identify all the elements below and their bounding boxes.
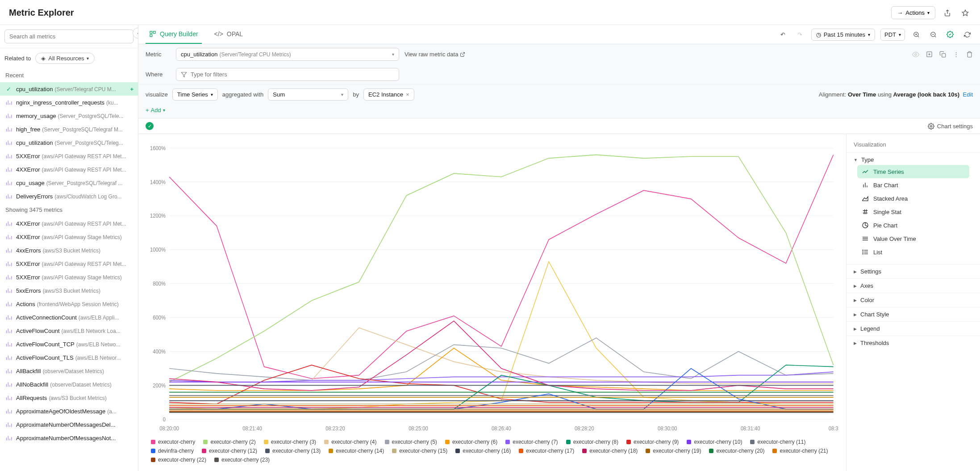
alignment-edit-link[interactable]: Edit [963, 91, 973, 98]
legend-item[interactable]: executor-cherry (9) [626, 439, 679, 445]
visualize-select[interactable]: Time Series ▾ [172, 88, 218, 101]
legend-item[interactable]: executor-cherry (2) [203, 439, 255, 445]
sidebar-metric-item[interactable]: ActiveConnectionCount (aws/ELB Appli... [0, 311, 138, 324]
viz-type-option[interactable]: Time Series [857, 165, 969, 178]
aggregate-select[interactable]: Sum ▾ [268, 88, 348, 101]
legend-item[interactable]: executor-cherry (10) [687, 439, 742, 445]
metric-select[interactable]: cpu_utilization (Server/Telegraf CPU Met… [176, 48, 399, 61]
sidebar-metric-item[interactable]: 5XXError (aws/API Gateway Stage Metrics) [0, 270, 138, 284]
legend-item[interactable]: executor-cherry (22) [151, 457, 206, 463]
legend-item[interactable]: executor-cherry (12) [202, 448, 257, 454]
viz-section-header[interactable]: ▶Chart Style [854, 311, 973, 318]
legend-item[interactable]: executor-cherry (21) [772, 448, 828, 454]
share-icon[interactable] [942, 7, 953, 19]
legend-item[interactable]: executor-cherry (15) [392, 448, 447, 454]
legend-label: executor-cherry (4) [331, 439, 376, 445]
legend-item[interactable]: executor-cherry [151, 439, 195, 445]
sidebar-metric-item[interactable]: Actions (frontend/WebApp Session Metric) [0, 297, 138, 311]
trash-icon[interactable] [966, 51, 973, 58]
sidebar-metric-item[interactable]: DeliveryErrors (aws/CloudWatch Log Gro..… [0, 189, 138, 203]
legend-item[interactable]: executor-cherry (17) [519, 448, 574, 454]
viz-section-header[interactable]: ▶Settings [854, 268, 973, 275]
filter-input[interactable] [191, 71, 394, 78]
actions-button[interactable]: → Actions ▾ [891, 6, 935, 19]
legend-item[interactable]: devinfra-cherry [151, 448, 194, 454]
viz-type-option[interactable]: Pie Chart [857, 219, 969, 232]
viz-type-option[interactable]: Single Stat [857, 205, 969, 219]
sidebar-metric-item[interactable]: ActiveFlowCount_TCP (aws/ELB Netwo... [0, 337, 138, 351]
sidebar-metric-item[interactable]: cpu_utilization (Server_PostgreSQL/Teleg… [0, 136, 138, 149]
plus-icon[interactable]: + [130, 86, 133, 93]
sidebar-metric-item[interactable]: memory_usage (Server_PostgreSQL/Tele... [0, 109, 138, 122]
add-button[interactable]: + Add ▾ [146, 107, 165, 114]
sidebar-metric-item[interactable]: 5XXError (aws/API Gateway REST API Met..… [0, 149, 138, 163]
legend-item[interactable]: executor-cherry (3) [264, 439, 316, 445]
svg-point-164 [863, 253, 863, 254]
time-range-select[interactable]: ◷ Past 15 minutes ▾ [811, 29, 875, 41]
sidebar-metric-item[interactable]: ApproximateNumberOfMessagesDel... [0, 418, 138, 431]
tab-opal[interactable]: </> OPAL [211, 25, 247, 44]
legend-item[interactable]: executor-cherry (6) [445, 439, 497, 445]
sidebar-metric-item[interactable]: 4XXError (aws/API Gateway REST API Met..… [0, 217, 138, 230]
time-series-chart[interactable]: 0200%400%600%800%1000%1200%1400%1600%08:… [142, 143, 842, 434]
search-input[interactable] [4, 29, 133, 43]
zoom-in-icon[interactable] [910, 29, 922, 40]
check-badge-icon[interactable] [944, 29, 956, 40]
copy-icon[interactable] [939, 51, 946, 58]
legend-item[interactable]: executor-cherry (11) [750, 439, 805, 445]
sidebar-metric-item[interactable]: ActiveFlowCount_TLS (aws/ELB Networ... [0, 351, 138, 364]
viz-type-option[interactable]: Value Over Time [857, 232, 969, 245]
view-raw-link[interactable]: View raw metric data [405, 51, 465, 58]
group-by-chip[interactable]: EC2 Instance × [363, 88, 414, 101]
sidebar-metric-item[interactable]: 5XXError (aws/API Gateway REST API Met..… [0, 257, 138, 270]
sidebar-metric-item[interactable]: 4XXError (aws/API Gateway REST API Met..… [0, 163, 138, 176]
sidebar-metric-item[interactable]: 4xxErrors (aws/S3 Bucket Metrics) [0, 244, 138, 257]
legend-item[interactable]: executor-cherry (16) [455, 448, 511, 454]
sidebar-metric-item[interactable]: AllNoBackfill (observe/Dataset Metrics) [0, 378, 138, 391]
star-icon[interactable] [959, 7, 971, 19]
sidebar-metric-item[interactable]: ✓cpu_utilization (Server/Telegraf CPU M.… [0, 82, 138, 96]
legend-item[interactable]: executor-cherry (8) [566, 439, 618, 445]
legend-item[interactable]: executor-cherry (18) [582, 448, 638, 454]
sidebar-metric-item[interactable]: 4XXError (aws/API Gateway Stage Metrics) [0, 230, 138, 244]
viz-section-header[interactable]: ▶Color [854, 297, 973, 303]
undo-icon[interactable]: ↶ [777, 29, 789, 40]
sidebar-metric-item[interactable]: ApproximateNumberOfMessagesNot... [0, 431, 138, 445]
sidebar-metric-item[interactable]: AllRequests (aws/S3 Bucket Metrics) [0, 391, 138, 404]
legend-item[interactable]: executor-cherry (23) [214, 457, 270, 463]
remove-chip-icon[interactable]: × [406, 91, 409, 98]
viz-type-option[interactable]: Stacked Area [857, 192, 969, 205]
timezone-select[interactable]: PDT ▾ [880, 29, 905, 41]
zoom-out-icon[interactable] [927, 29, 939, 40]
viz-type-option[interactable]: List [857, 245, 969, 259]
sidebar-metric-item[interactable]: nginx_ingress_controller_requests (ku... [0, 96, 138, 109]
legend-item[interactable]: executor-cherry (13) [265, 448, 321, 454]
viz-section-header[interactable]: ▶Thresholds [854, 340, 973, 346]
legend-item[interactable]: executor-cherry (19) [646, 448, 701, 454]
chart-settings-button[interactable]: Chart settings [928, 123, 973, 130]
refresh-icon[interactable] [961, 29, 973, 40]
viz-section-header[interactable]: ▶Axes [854, 282, 973, 289]
sidebar-metric-item[interactable]: 5xxErrors (aws/S3 Bucket Metrics) [0, 284, 138, 297]
legend-item[interactable]: executor-cherry (20) [709, 448, 764, 454]
resources-select[interactable]: ◈ All Resources ▾ [35, 53, 95, 64]
sidebar-metric-item[interactable]: high_free (Server_PostgreSQL/Telegraf M.… [0, 122, 138, 136]
tab-query-builder[interactable]: Query Builder [146, 25, 202, 44]
legend-item[interactable]: executor-cherry (4) [324, 439, 376, 445]
filter-input-wrapper[interactable] [176, 68, 399, 81]
viz-section-header[interactable]: ▶Legend [854, 325, 973, 332]
sidebar-metric-item[interactable]: cpu_usage (Server_PostgreSQL/Telegraf ..… [0, 176, 138, 189]
redo-icon[interactable]: ↷ [794, 29, 806, 40]
plus-square-icon[interactable] [926, 51, 933, 58]
sidebar-metric-item[interactable]: AllBackfill (observe/Dataset Metrics) [0, 364, 138, 378]
sidebar-metric-item[interactable]: ApproximateAgeOfOldestMessage (a... [0, 404, 138, 418]
eye-icon[interactable] [912, 51, 919, 58]
legend-item[interactable]: executor-cherry (14) [329, 448, 384, 454]
viz-type-header[interactable]: ▼ Type [854, 156, 973, 163]
legend-item[interactable]: executor-cherry (5) [385, 439, 437, 445]
more-icon[interactable]: ⋮ [952, 51, 959, 58]
legend-item[interactable]: executor-cherry (7) [505, 439, 558, 445]
viz-type-option[interactable]: Bar Chart [857, 178, 969, 192]
chevron-down-icon: ▾ [341, 92, 343, 97]
sidebar-metric-item[interactable]: ActiveFlowCount (aws/ELB Network Loa... [0, 324, 138, 337]
